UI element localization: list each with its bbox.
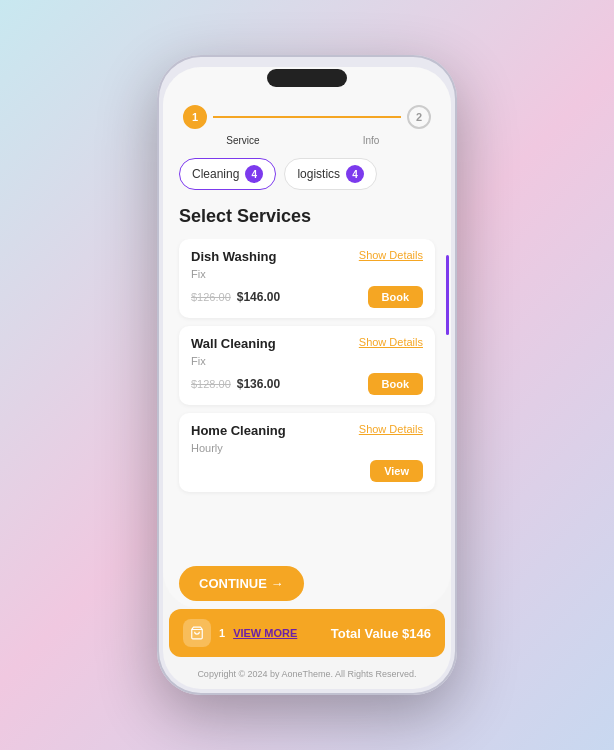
price-row-1: $126.00 $146.00: [191, 290, 280, 304]
cart-count: 1: [219, 627, 225, 639]
show-details-3[interactable]: Show Details: [359, 423, 423, 435]
phone-notch: [267, 69, 347, 87]
step-1-circle: 1: [183, 105, 207, 129]
tab-cleaning-badge: 4: [245, 165, 263, 183]
step-labels: Service Info: [163, 133, 451, 154]
step-1-label: Service: [179, 135, 307, 146]
service-header-3: Home Cleaning Show Details: [191, 423, 423, 438]
cart-bar[interactable]: 1 VIEW MORE Total Value $146: [169, 609, 445, 657]
cart-total: Total Value $146: [331, 626, 431, 641]
tab-cleaning-label: Cleaning: [192, 167, 239, 181]
view-button-3[interactable]: View: [370, 460, 423, 482]
service-card-wall-cleaning: Wall Cleaning Show Details Fix $128.00 $…: [179, 326, 435, 405]
step-line: [213, 116, 401, 118]
tab-logistics-badge: 4: [346, 165, 364, 183]
service-footer-3: View: [191, 460, 423, 482]
footer: Copyright © 2024 by AoneTheme. All Right…: [163, 663, 451, 689]
phone-frame: 1 2 Service Info Cleaning 4 logistics: [157, 55, 457, 695]
service-name-2: Wall Cleaning: [191, 336, 276, 351]
section-title: Select Services: [163, 198, 451, 239]
continue-button[interactable]: CONTINUE →: [179, 566, 304, 601]
price-old-2: $128.00: [191, 378, 231, 390]
price-row-2: $128.00 $136.00: [191, 377, 280, 391]
show-details-1[interactable]: Show Details: [359, 249, 423, 261]
services-list: Dish Washing Show Details Fix $126.00 $1…: [163, 239, 451, 556]
service-card-home-cleaning: Home Cleaning Show Details Hourly View: [179, 413, 435, 492]
service-card-dish-washing: Dish Washing Show Details Fix $126.00 $1…: [179, 239, 435, 318]
tab-logistics-label: logistics: [297, 167, 340, 181]
tabs-row: Cleaning 4 logistics 4: [163, 154, 451, 198]
service-name-1: Dish Washing: [191, 249, 276, 264]
service-header-1: Dish Washing Show Details: [191, 249, 423, 264]
progress-bar: 1 2: [163, 97, 451, 133]
show-details-2[interactable]: Show Details: [359, 336, 423, 348]
book-button-2[interactable]: Book: [368, 373, 424, 395]
step-2-circle: 2: [407, 105, 431, 129]
service-type-3: Hourly: [191, 442, 423, 454]
tab-cleaning[interactable]: Cleaning 4: [179, 158, 276, 190]
service-type-2: Fix: [191, 355, 423, 367]
continue-section: CONTINUE →: [163, 556, 451, 609]
phone-screen: 1 2 Service Info Cleaning 4 logistics: [163, 67, 451, 689]
service-header-2: Wall Cleaning Show Details: [191, 336, 423, 351]
cart-icon: [190, 626, 204, 640]
price-new-1: $146.00: [237, 290, 280, 304]
step-2-label: Info: [307, 135, 435, 146]
tab-logistics[interactable]: logistics 4: [284, 158, 377, 190]
book-button-1[interactable]: Book: [368, 286, 424, 308]
service-footer-1: $126.00 $146.00 Book: [191, 286, 423, 308]
cart-icon-wrap: [183, 619, 211, 647]
cart-view-more[interactable]: VIEW MORE: [233, 627, 323, 639]
price-new-2: $136.00: [237, 377, 280, 391]
scrollbar[interactable]: [446, 255, 449, 335]
service-name-3: Home Cleaning: [191, 423, 286, 438]
screen-inner: 1 2 Service Info Cleaning 4 logistics: [163, 67, 451, 609]
price-old-1: $126.00: [191, 291, 231, 303]
service-footer-2: $128.00 $136.00 Book: [191, 373, 423, 395]
service-type-1: Fix: [191, 268, 423, 280]
